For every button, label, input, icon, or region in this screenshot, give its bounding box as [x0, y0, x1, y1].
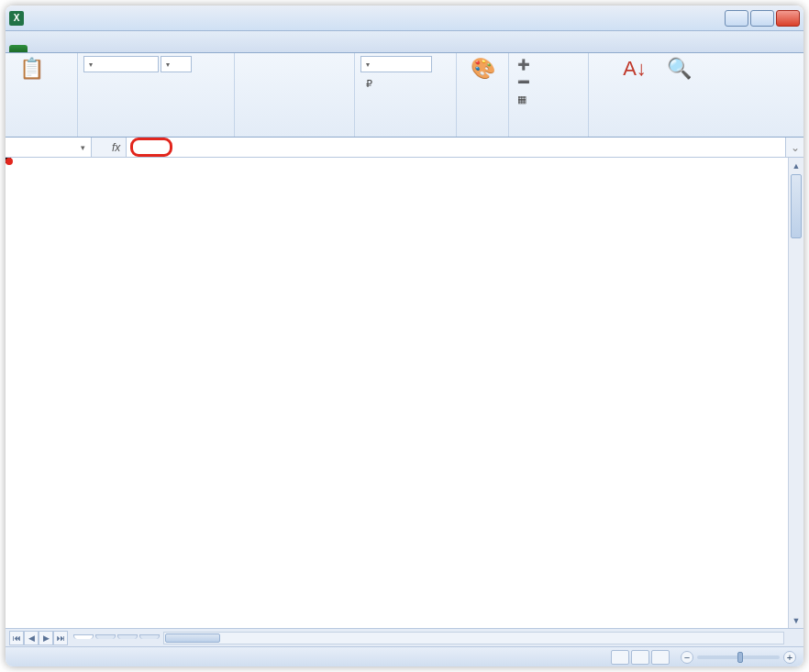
qat-more[interactable]: [123, 10, 139, 27]
sort-icon: А↓: [623, 59, 647, 79]
percent-button[interactable]: [379, 75, 395, 92]
zoom-in-button[interactable]: +: [783, 651, 796, 664]
annotation-highlight-cell: [6, 158, 13, 165]
horizontal-scrollbar[interactable]: [163, 632, 784, 644]
qat-undo[interactable]: [50, 10, 66, 27]
font-name-combo[interactable]: ▾: [83, 56, 159, 72]
italic-button[interactable]: [102, 75, 118, 92]
annotation-highlight-formula: [130, 138, 172, 157]
paste-button[interactable]: 📋: [11, 56, 51, 83]
group-number: ▾ ₽: [355, 53, 457, 137]
formula-input[interactable]: [126, 138, 785, 157]
clipboard-icon: 📋: [19, 59, 44, 79]
scroll-up-icon[interactable]: ▲: [789, 158, 803, 173]
align-right[interactable]: [277, 75, 294, 92]
window-maximize[interactable]: [750, 10, 774, 27]
underline-button[interactable]: [120, 75, 137, 92]
group-editing: А↓ 🔍: [589, 53, 704, 137]
qat-redo[interactable]: [68, 10, 84, 27]
quick-access-toolbar: [31, 10, 139, 27]
wrap-text-button[interactable]: [314, 56, 330, 72]
copy-button[interactable]: [55, 73, 72, 90]
name-box[interactable]: ▾: [6, 138, 92, 157]
ribbon-tab-strip: [6, 31, 803, 53]
grow-font-button[interactable]: [194, 56, 210, 72]
find-select-button[interactable]: 🔍: [659, 56, 699, 83]
increase-decimal[interactable]: [416, 75, 432, 92]
group-styles: 🎨: [457, 53, 509, 137]
zoom-control: − +: [677, 651, 796, 664]
shrink-font-button[interactable]: [212, 56, 228, 72]
expand-formula-bar[interactable]: ⌄: [785, 138, 803, 157]
title-bar: X: [6, 6, 803, 31]
align-center[interactable]: [259, 75, 275, 92]
format-icon: ▦: [517, 94, 526, 105]
qat-new[interactable]: [86, 10, 103, 27]
new-sheet-button[interactable]: [139, 634, 160, 639]
comma-button[interactable]: [397, 75, 414, 92]
sort-filter-button[interactable]: А↓: [615, 56, 655, 83]
orientation-button[interactable]: [295, 56, 312, 72]
delete-icon: ➖: [517, 76, 530, 88]
qat-open[interactable]: [105, 10, 121, 27]
tab-nav-prev[interactable]: ◀: [24, 631, 39, 645]
find-icon: 🔍: [667, 59, 692, 79]
group-alignment: [235, 53, 355, 137]
window-close[interactable]: [776, 10, 800, 27]
align-bottom[interactable]: [277, 56, 294, 72]
cut-button[interactable]: [55, 56, 72, 72]
tab-nav-last[interactable]: ⏭: [53, 631, 68, 645]
zoom-slider[interactable]: [697, 655, 780, 659]
autosum-button[interactable]: [594, 56, 611, 72]
excel-icon: X: [9, 11, 24, 26]
view-page-layout-button[interactable]: [631, 650, 649, 665]
formula-bar: ▾ ✕ fx ⌄: [6, 138, 803, 158]
font-color-button[interactable]: [175, 75, 192, 92]
delete-cells-button[interactable]: ➖: [515, 73, 582, 90]
align-top[interactable]: [240, 56, 257, 72]
align-middle[interactable]: [259, 56, 275, 72]
sheet-tab[interactable]: [117, 634, 138, 639]
format-cells-button[interactable]: ▦: [515, 91, 582, 107]
ribbon: 📋 ▾ ▾: [6, 53, 803, 138]
fill-color-button[interactable]: [157, 75, 173, 92]
fill-button[interactable]: [594, 73, 611, 90]
fx-icon[interactable]: fx: [112, 141, 120, 154]
align-left[interactable]: [240, 75, 257, 92]
view-normal-button[interactable]: [611, 650, 629, 665]
styles-button[interactable]: 🎨: [462, 56, 503, 83]
tab-file[interactable]: [9, 45, 28, 52]
sheet-tab[interactable]: [95, 634, 116, 639]
number-format-combo[interactable]: ▾: [360, 56, 432, 72]
border-button[interactable]: [139, 75, 155, 92]
clear-button[interactable]: [594, 91, 611, 107]
currency-button[interactable]: ₽: [360, 75, 377, 92]
scrollbar-thumb[interactable]: [165, 633, 220, 643]
scroll-down-icon[interactable]: ▼: [789, 612, 803, 628]
zoom-out-button[interactable]: −: [681, 651, 693, 664]
chevron-down-icon: ▾: [81, 143, 85, 152]
decrease-indent[interactable]: [295, 75, 312, 92]
font-size-combo[interactable]: ▾: [161, 56, 192, 72]
sheet-tab-bar: ⏮ ◀ ▶ ⏭: [6, 628, 803, 646]
worksheet-grid[interactable]: ▲ ▼: [6, 158, 803, 628]
decrease-decimal[interactable]: [434, 75, 450, 92]
sheet-tab-active[interactable]: [73, 634, 94, 639]
tab-nav-first[interactable]: ⏮: [9, 631, 24, 645]
increase-indent[interactable]: [314, 75, 330, 92]
format-painter-button[interactable]: [55, 91, 72, 107]
status-bar: − +: [6, 646, 803, 666]
insert-icon: ➕: [517, 59, 530, 71]
vertical-scrollbar[interactable]: ▲ ▼: [788, 158, 803, 628]
window-minimize[interactable]: [725, 10, 748, 27]
qat-save[interactable]: [31, 10, 48, 27]
insert-cells-button[interactable]: ➕: [515, 56, 582, 72]
scrollbar-thumb[interactable]: [791, 174, 802, 238]
active-cell-indicator: [6, 158, 11, 163]
view-page-break-button[interactable]: [651, 650, 670, 665]
tab-nav-next[interactable]: ▶: [39, 631, 53, 645]
bold-button[interactable]: [83, 75, 100, 92]
group-cells: ➕ ➖ ▦: [509, 53, 589, 137]
zoom-slider-knob[interactable]: [737, 652, 743, 663]
merge-button[interactable]: [332, 75, 349, 92]
